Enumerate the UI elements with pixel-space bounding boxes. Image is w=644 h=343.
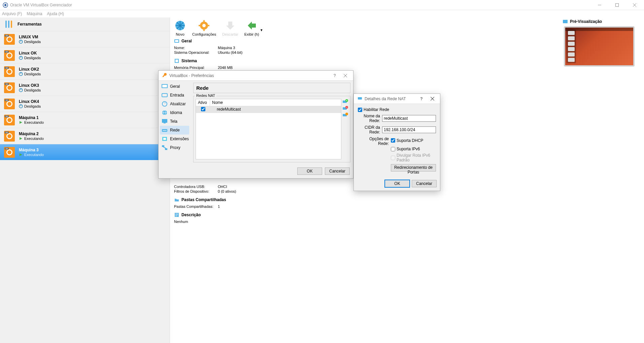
vm-name: Linux OK4 [19, 99, 41, 104]
port-forwarding-button[interactable]: Redirecionamento de Portas [391, 164, 436, 172]
prefs-close-button[interactable] [341, 71, 350, 80]
desc-val: Nenhum [174, 220, 188, 224]
svg-rect-5 [5, 21, 7, 28]
vm-status: Desligada [19, 104, 41, 108]
dhcp-label: Suporta DHCP [397, 138, 423, 143]
vm-item[interactable]: Linux OK3Desligada≡ [0, 79, 170, 96]
system-icon [174, 58, 179, 64]
vm-status: Desligada [19, 72, 41, 76]
enable-network-checkbox[interactable] [358, 108, 362, 112]
vm-item[interactable]: LINUX VMDesligada≡ [0, 31, 170, 47]
vm-status: Executando [19, 137, 44, 141]
nat-row[interactable]: redeMulticast [196, 106, 341, 113]
svg-rect-71 [162, 145, 164, 147]
svg-point-25 [7, 102, 11, 106]
shared-icon [174, 197, 179, 202]
svg-rect-42 [203, 29, 205, 31]
ipv6-label: Suporta IPv6 [397, 147, 420, 151]
preview-thumbnail[interactable] [564, 26, 635, 67]
vm-item[interactable]: Linux OK2Desligada≡ [0, 63, 170, 79]
prefs-help-button[interactable]: ? [330, 71, 339, 80]
nat-row-name: redeMulticast [210, 106, 243, 113]
vm-status: Desligada [19, 56, 41, 60]
menu-file[interactable]: Arquivo (F) [2, 11, 22, 16]
app-icon [3, 2, 8, 8]
nav-update[interactable]: Atualizar [160, 100, 189, 108]
usb-ctrl-val: OHCI [218, 185, 227, 189]
mem-val: 2048 MB [218, 66, 233, 70]
poweroff-icon [19, 104, 23, 108]
nav-proxy[interactable]: Proxy [160, 143, 189, 152]
preview-panel: Pré-Visualização [563, 19, 640, 67]
vm-item[interactable]: Máquina 2Executando≡ [0, 128, 170, 144]
new-button[interactable]: Novo [174, 20, 186, 36]
dhcp-checkbox[interactable] [391, 138, 395, 143]
minimize-button[interactable] [593, 0, 606, 10]
nat-table[interactable]: Ativo Nome redeMulticast [196, 99, 341, 159]
gear-icon [198, 20, 210, 32]
nav-network[interactable]: Rede [160, 126, 189, 135]
prefs-nav: Geral Entrada Atualizar Idioma Tela Rede… [159, 81, 191, 165]
prefs-cancel-button[interactable]: Cancelar [325, 167, 350, 175]
desc-icon [174, 212, 179, 218]
show-dropdown-caret[interactable]: ▼ [260, 28, 263, 32]
vm-os-icon [4, 34, 15, 45]
natdlg-cancel-button[interactable]: Cancelar [412, 180, 437, 187]
tools-row[interactable]: Ferramentas [0, 17, 170, 31]
main-titlebar: Oracle VM VirtualBox Gerenciador [0, 0, 644, 10]
settings-button[interactable]: Configurações [192, 20, 216, 36]
network-name-input[interactable] [382, 115, 436, 122]
name-val: Máquina 3 [218, 46, 235, 50]
vm-sidebar: Ferramentas LINUX VMDesligada≡Linux OKDe… [0, 17, 170, 343]
svg-rect-70 [163, 138, 166, 140]
svg-rect-72 [165, 148, 167, 150]
col-name: Nome [210, 99, 341, 106]
prefs-ok-button[interactable]: OK [297, 167, 322, 175]
ipv6-checkbox[interactable] [391, 147, 395, 151]
vm-item[interactable]: Máquina 3Executando≡ [0, 144, 170, 160]
vm-os-icon [4, 50, 15, 61]
svg-line-73 [163, 147, 166, 148]
section-description: Descrição Nenhum [174, 211, 640, 224]
svg-rect-6 [8, 21, 9, 28]
natdlg-ok-button[interactable]: OK [385, 180, 410, 187]
network-name-label: Nome da Rede: [358, 114, 380, 123]
preview-icon [563, 19, 568, 24]
network-cidr-input[interactable] [382, 126, 436, 133]
natdlg-help-button[interactable]: ? [417, 94, 426, 103]
poweroff-icon [19, 72, 23, 76]
svg-rect-46 [175, 40, 178, 42]
nav-extensions[interactable]: Extensões [160, 135, 189, 143]
nat-icon [357, 96, 363, 102]
nav-language[interactable]: Idioma [160, 108, 189, 117]
nav-general[interactable]: Geral [160, 82, 189, 91]
menu-help[interactable]: Ajuda (H) [47, 11, 64, 16]
svg-rect-44 [207, 25, 209, 26]
nav-display[interactable]: Tela [160, 117, 189, 126]
vm-item[interactable]: Linux OK4Desligada≡ [0, 96, 170, 112]
svg-point-82 [345, 113, 348, 115]
remove-nat-button[interactable] [342, 106, 348, 112]
os-val: Ubuntu (64-bit) [218, 50, 242, 54]
tools-label: Ferramentas [18, 22, 42, 27]
nat-active-checkbox[interactable] [201, 107, 205, 111]
poweroff-icon [19, 56, 23, 60]
close-button[interactable] [628, 0, 641, 10]
svg-point-66 [163, 130, 164, 131]
nav-input[interactable]: Entrada [160, 91, 189, 100]
svg-rect-43 [199, 25, 201, 26]
show-button[interactable]: Exibir (h) [244, 20, 259, 36]
usb-ctrl-key: Controladora USB: [174, 185, 218, 189]
vm-item[interactable]: Linux OKDesligada≡ [0, 47, 170, 63]
vm-status: Executando [19, 120, 44, 124]
edit-nat-button[interactable] [342, 112, 348, 118]
general-icon [174, 38, 179, 44]
menu-machine[interactable]: Máquina [27, 11, 42, 16]
vm-item[interactable]: Máquina 1Executando≡ [0, 112, 170, 128]
name-key: Nome: [174, 46, 218, 50]
add-nat-button[interactable] [342, 99, 348, 105]
vm-name: LINUX VM [19, 35, 41, 39]
natdlg-close-button[interactable] [428, 94, 437, 103]
maximize-button[interactable] [610, 0, 624, 10]
prefs-title: VirtualBox - Preferências [169, 73, 328, 78]
